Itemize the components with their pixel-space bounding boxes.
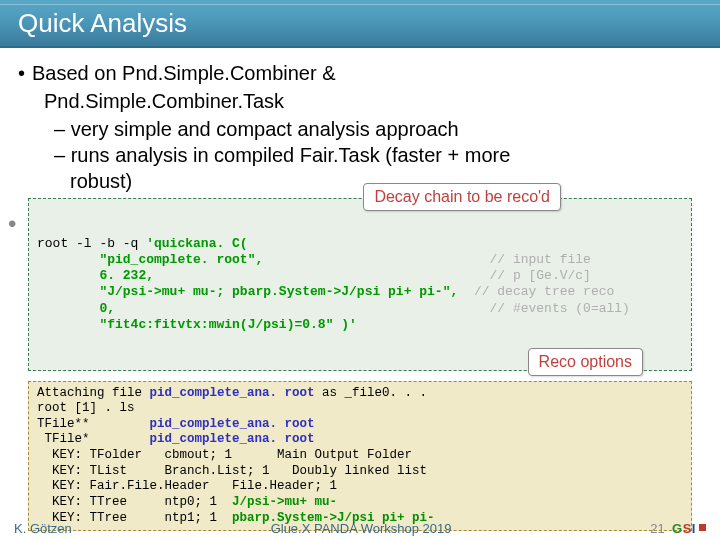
footer-venue: Glue.X PANDA Workshop 2019 (271, 521, 452, 536)
callout-decay: Decay chain to be reco'd (363, 183, 561, 211)
code-command: Decay chain to be reco'd root -l -b -q '… (28, 198, 692, 371)
code-output: Attaching file pid_complete_ana. root as… (28, 381, 692, 532)
bullet-sub-2: – runs analysis in compiled Fair.Task (f… (54, 142, 702, 168)
slide-body: •Based on Pnd.Simple.Combiner & Pnd.Simp… (0, 48, 720, 531)
footer: K. Götzen Glue.X PANDA Workshop 2019 21 … (0, 521, 720, 536)
title-bar: Quick Analysis (0, 0, 720, 48)
gsi-logo: GSI (672, 521, 696, 536)
bullet-sub-1: – very simple and compact analysis appro… (54, 116, 702, 142)
footer-author: K. Götzen (14, 521, 72, 536)
bullet-main: •Based on Pnd.Simple.Combiner & (18, 60, 702, 86)
slide-title: Quick Analysis (0, 0, 720, 47)
footer-page: 21 (650, 521, 664, 536)
callout-reco: Reco options (528, 348, 643, 376)
